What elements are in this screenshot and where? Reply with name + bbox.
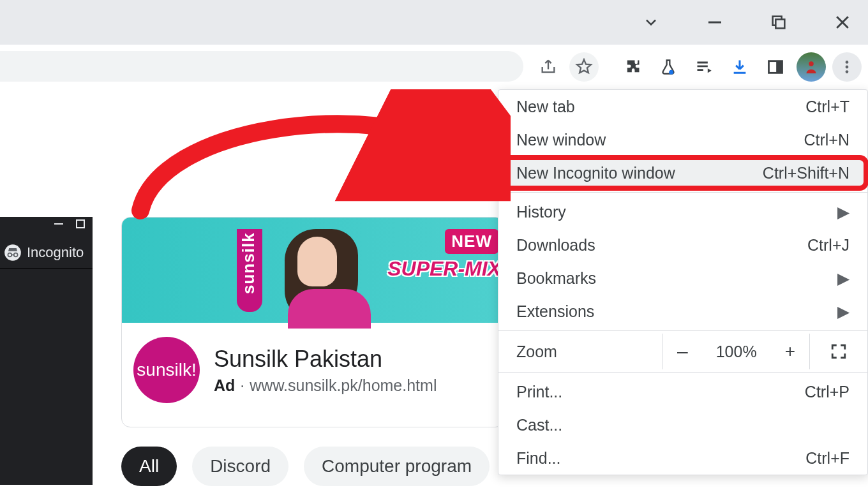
submenu-arrow-icon: ▶	[837, 302, 849, 321]
zoom-in-button[interactable]: +	[785, 341, 795, 362]
svg-rect-4	[776, 61, 782, 73]
profile-avatar-button[interactable]	[797, 52, 826, 82]
menu-extensions-label: Extensions	[516, 302, 594, 321]
zoom-out-button[interactable]: –	[677, 341, 688, 362]
menu-new-tab[interactable]: New tab Ctrl+T	[498, 90, 867, 123]
menu-bookmarks-label: Bookmarks	[516, 269, 596, 288]
incognito-tab[interactable]: Incognito	[0, 237, 93, 269]
mini-maximize-icon[interactable]	[76, 219, 86, 228]
menu-find[interactable]: Find... Ctrl+F	[498, 441, 867, 475]
svg-point-7	[846, 65, 849, 68]
ad-label: Ad	[214, 376, 235, 394]
menu-new-window-shortcut: Ctrl+N	[804, 131, 849, 149]
incognito-window-preview: Incognito	[0, 217, 93, 485]
star-icon	[575, 58, 593, 76]
chip-compprog-label: Computer program	[322, 456, 472, 477]
overflow-menu-button[interactable]	[832, 52, 862, 82]
ad-brand-stripe-text: sunsilk	[239, 232, 258, 294]
menu-zoom: Zoom – 100% +	[498, 334, 867, 369]
menu-separator	[498, 330, 867, 331]
menu-new-incognito[interactable]: New Incognito window Ctrl+Shift+N	[498, 156, 867, 189]
window-close-button[interactable]	[817, 0, 868, 45]
ad-model-body	[288, 289, 371, 329]
download-icon	[731, 58, 749, 76]
chip-all[interactable]: All	[121, 447, 177, 486]
svg-point-6	[846, 61, 849, 64]
share-icon	[539, 58, 557, 76]
menu-print-shortcut: Ctrl+P	[805, 383, 849, 401]
menu-downloads-shortcut: Ctrl+J	[807, 236, 849, 255]
menu-print[interactable]: Print... Ctrl+P	[498, 375, 867, 408]
maximize-icon	[770, 13, 788, 31]
ad-logo: sunsilk!	[133, 337, 200, 403]
chevron-down-icon	[642, 13, 660, 31]
side-panel-button[interactable]	[761, 52, 790, 82]
side-panel-icon	[767, 58, 784, 76]
puzzle-icon	[624, 58, 641, 76]
search-filter-chips: All Discord Computer program	[121, 447, 490, 486]
chip-all-label: All	[139, 456, 159, 477]
chip-discord-label: Discord	[210, 456, 271, 477]
svg-point-8	[846, 70, 849, 73]
menu-new-incognito-shortcut: Ctrl+Shift+N	[763, 164, 849, 182]
svg-point-10	[4, 244, 21, 261]
avatar-icon	[802, 57, 821, 77]
chip-discord[interactable]: Discord	[192, 447, 288, 486]
menu-cast[interactable]: Cast...	[498, 408, 867, 441]
menu-downloads[interactable]: Downloads Ctrl+J	[498, 228, 867, 262]
menu-find-label: Find...	[516, 449, 560, 468]
menu-new-tab-label: New tab	[516, 98, 575, 116]
svg-point-5	[809, 61, 814, 66]
ad-logo-text: sunsilk!	[137, 360, 196, 380]
window-minimize-button[interactable]	[689, 0, 740, 45]
ad-banner: sunsilk NEW SUPER-MIX	[122, 218, 504, 323]
ad-model-face	[297, 237, 337, 286]
menu-separator	[498, 372, 867, 373]
menu-cast-label: Cast...	[516, 416, 562, 434]
svg-rect-9	[77, 220, 84, 228]
ad-supermix-text: SUPER-MIX	[387, 257, 501, 281]
flask-icon	[659, 58, 677, 76]
menu-zoom-label: Zoom	[516, 343, 557, 361]
submenu-arrow-icon: ▶	[837, 269, 849, 288]
address-bar[interactable]	[0, 51, 523, 82]
menu-bookmarks[interactable]: Bookmarks ▶	[498, 262, 867, 295]
chip-computer-program[interactable]: Computer program	[304, 447, 490, 486]
menu-new-window[interactable]: New window Ctrl+N	[498, 123, 867, 156]
close-icon	[833, 13, 852, 32]
zoom-value: 100%	[716, 343, 757, 361]
mini-minimize-icon[interactable]	[54, 219, 64, 228]
window-maximize-button[interactable]	[753, 0, 804, 45]
titlebar	[0, 0, 868, 45]
share-button[interactable]	[534, 52, 563, 82]
extensions-button[interactable]	[618, 52, 647, 82]
minimize-icon	[705, 13, 724, 32]
incognito-tab-label: Incognito	[27, 244, 84, 261]
svg-rect-1	[775, 19, 784, 28]
menu-new-incognito-label: New Incognito window	[516, 164, 675, 182]
three-dots-icon	[839, 59, 855, 75]
ad-subtitle: Ad·www.sunsilk.pk/home.html	[214, 376, 437, 395]
fullscreen-icon	[830, 343, 847, 360]
overflow-menu: New tab Ctrl+T New window Ctrl+N New Inc…	[498, 89, 868, 475]
menu-new-window-label: New window	[516, 131, 606, 149]
menu-downloads-label: Downloads	[516, 236, 595, 255]
ad-new-badge: NEW	[445, 229, 498, 254]
menu-extensions[interactable]: Extensions ▶	[498, 295, 867, 328]
menu-find-shortcut: Ctrl+F	[805, 449, 849, 468]
search-ad-card[interactable]: sunsilk NEW SUPER-MIX sunsilk! Sunsilk P…	[121, 217, 504, 427]
menu-history[interactable]: History ▶	[498, 195, 867, 228]
svg-point-2	[669, 70, 673, 74]
incognito-icon	[4, 244, 22, 262]
bookmark-button[interactable]	[569, 52, 599, 82]
chrome-labs-button[interactable]	[654, 52, 683, 82]
downloads-button[interactable]	[725, 52, 754, 82]
ad-title: Sunsilk Pakistan	[214, 346, 437, 373]
media-queue-icon	[695, 58, 713, 76]
toolbar	[0, 45, 868, 89]
menu-separator	[498, 192, 867, 193]
submenu-arrow-icon: ▶	[837, 203, 849, 221]
media-control-button[interactable]	[689, 52, 719, 82]
tab-search-button[interactable]	[625, 0, 677, 45]
fullscreen-button[interactable]	[810, 334, 867, 369]
